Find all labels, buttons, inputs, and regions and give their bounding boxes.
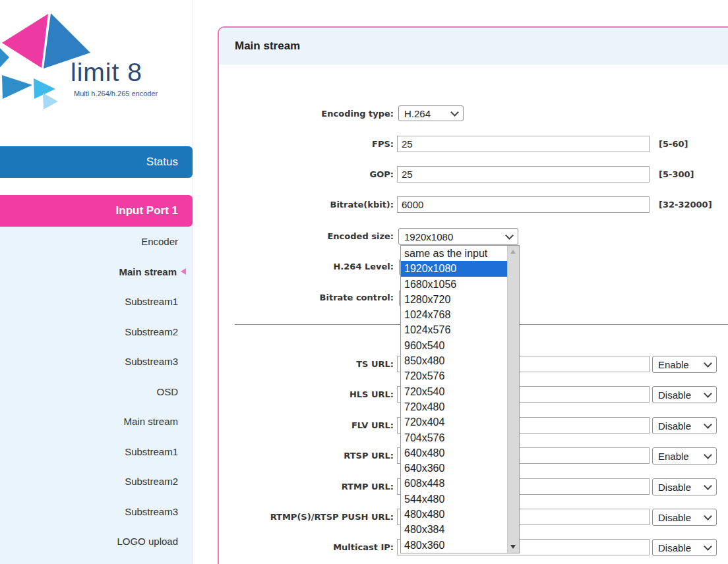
url-state-select-6[interactable]: Disable <box>652 539 717 556</box>
dropdown-option-480x384[interactable]: 480x384 <box>401 522 508 537</box>
dropdown-option-704x576[interactable]: 704x576 <box>401 430 508 445</box>
url-state-value: Enable <box>658 359 705 370</box>
field-label: GOP: <box>224 169 394 179</box>
sidebar-item-substream1-7[interactable]: Substream1 <box>0 437 193 467</box>
chevron-down-icon <box>450 108 459 117</box>
encoding-type-label: Encoding type: <box>224 109 394 119</box>
url-state-select-2[interactable]: Disable <box>652 417 717 434</box>
logo-title: limit 8 <box>71 58 142 87</box>
dropdown-option-720x480[interactable]: 720x480 <box>401 399 508 414</box>
sidebar-item-status[interactable]: Status <box>0 146 193 178</box>
sidebar-item-label: Substream3 <box>125 506 178 517</box>
dropdown-option-640x360[interactable]: 640x360 <box>401 461 508 476</box>
sidebar-item-substream3-9[interactable]: Substream3 <box>0 497 193 527</box>
sidebar-item-input-port-1[interactable]: Input Port 1 <box>0 195 193 227</box>
dropdown-option-850x480[interactable]: 850x480 <box>401 353 508 368</box>
range-hint: [5-60] <box>659 139 688 149</box>
encoded-size-select[interactable]: 1920x1080 <box>398 228 518 245</box>
dropdown-option-480x360[interactable]: 480x360 <box>401 538 508 553</box>
range-hint: [32-32000] <box>659 200 712 210</box>
sidebar-content-divider <box>193 0 193 564</box>
url-state-value: Disable <box>658 420 705 432</box>
range-hint: [5-300] <box>659 169 694 179</box>
url-state-select-0[interactable]: Enable <box>652 356 717 373</box>
chevron-down-icon <box>704 542 712 551</box>
sidebar-item-label: Substream2 <box>125 476 178 487</box>
dropdown-option-720x404[interactable]: 720x404 <box>401 414 508 430</box>
input-port-label: Input Port 1 <box>116 204 178 217</box>
dropdown-option-960x540[interactable]: 960x540 <box>401 338 508 353</box>
sidebar-item-main-stream-1[interactable]: Main stream <box>0 257 193 287</box>
active-item-marker-icon <box>181 268 186 275</box>
sidebar-item-main-stream-6[interactable]: Main stream <box>0 407 193 437</box>
url-state-value: Disable <box>658 389 705 401</box>
field-input-bitratekbit[interactable] <box>397 196 650 213</box>
url-state-select-3[interactable]: Enable <box>652 447 717 465</box>
sidebar-item-substream1-2[interactable]: Substream1 <box>0 287 193 317</box>
dropdown-option-1280x720[interactable]: 1280x720 <box>401 292 508 307</box>
dropdown-options: same as the input1920x10801680x10561280x… <box>401 246 508 553</box>
sidebar-item-label: Main stream <box>123 416 178 427</box>
sidebar-item-substream2-3[interactable]: Substream2 <box>0 317 193 347</box>
dropdown-option-720x576[interactable]: 720x576 <box>401 368 508 383</box>
panel-header: Main stream <box>219 28 728 65</box>
status-label: Status <box>146 155 178 169</box>
url-state-value: Disable <box>658 542 705 553</box>
field-input-fps[interactable] <box>397 136 650 152</box>
url-label: RTMP URL: <box>224 482 394 492</box>
sidebar-item-label: LOGO upload <box>117 536 178 547</box>
dropdown-option-640x480[interactable]: 640x480 <box>401 445 508 461</box>
dropdown-option-608x448[interactable]: 608x448 <box>401 476 508 491</box>
url-label: HLS URL: <box>224 389 394 399</box>
field-input-gop[interactable] <box>397 166 650 183</box>
sidebar-item-label: Substream1 <box>125 446 178 457</box>
encoding-type-value: H.264 <box>404 108 452 119</box>
dropdown-option-480x480[interactable]: 480x480 <box>401 507 508 522</box>
sidebar-nav: EncoderMain streamSubstream1Substream2Su… <box>0 227 193 564</box>
dropdown-option-544x480[interactable]: 544x480 <box>401 492 508 507</box>
encoding-type-select[interactable]: H.264 <box>398 105 464 121</box>
encoder-admin-page: limit 8 Multi h.264/h.265 encoder Status… <box>0 0 728 564</box>
dropdown-option-1920x1080[interactable]: 1920x1080 <box>401 261 508 276</box>
dropdown-option-same-as-the-input[interactable]: same as the input <box>401 246 508 261</box>
sidebar-item-label: Encoder <box>141 236 178 247</box>
chevron-down-icon <box>704 389 712 398</box>
chevron-down-icon <box>505 231 514 240</box>
chevron-down-icon <box>704 482 712 490</box>
url-state-select-4[interactable]: Disable <box>652 478 717 495</box>
url-state-value: Disable <box>658 482 705 493</box>
sidebar-item-logo-upload-10[interactable]: LOGO upload <box>0 526 193 557</box>
sidebar-item-label: Main stream <box>119 266 177 277</box>
chevron-down-icon <box>704 420 712 429</box>
url-state-select-1[interactable]: Disable <box>652 386 717 403</box>
url-label: RTMP(S)/RTSP PUSH URL: <box>224 512 394 522</box>
dropdown-option-1680x1056[interactable]: 1680x1056 <box>401 277 508 292</box>
url-state-select-5[interactable]: Disable <box>652 509 717 526</box>
dropdown-option-720x540[interactable]: 720x540 <box>401 384 508 399</box>
field-label: Bitrate(kbit): <box>224 200 394 210</box>
sidebar-item-label: Substream2 <box>125 326 178 337</box>
sidebar-item-osd-5[interactable]: OSD <box>0 377 193 407</box>
sidebar-item-video-11[interactable]: Video <box>0 557 193 564</box>
encoded-size-dropdown-list: same as the input1920x10801680x10561280x… <box>400 245 520 553</box>
scroll-up-icon[interactable] <box>510 250 516 254</box>
field-label: Bitrate control: <box>224 293 394 302</box>
sidebar-item-encoder-0[interactable]: Encoder <box>0 227 193 257</box>
dropdown-option-1024x768[interactable]: 1024x768 <box>401 307 508 322</box>
dropdown-option-1024x576[interactable]: 1024x576 <box>401 322 508 337</box>
sidebar-item-label: Substream3 <box>125 356 178 367</box>
sidebar-item-substream3-4[interactable]: Substream3 <box>0 347 193 377</box>
page-title: Main stream <box>235 40 300 52</box>
chevron-down-icon <box>704 512 712 521</box>
scroll-down-icon[interactable] <box>510 545 516 549</box>
url-label: TS URL: <box>224 359 394 369</box>
encoded-size-label: Encoded size: <box>224 231 394 241</box>
logo-subtitle: Multi h.264/h.265 encoder <box>74 90 158 98</box>
url-state-value: Enable <box>658 451 705 462</box>
sidebar-item-label: Substream1 <box>125 296 178 307</box>
dropdown-scrollbar[interactable] <box>507 246 519 553</box>
url-state-value: Disable <box>658 512 705 523</box>
sidebar-item-substream2-8[interactable]: Substream2 <box>0 466 193 497</box>
chevron-down-icon <box>704 451 712 459</box>
field-label: FPS: <box>224 139 394 149</box>
